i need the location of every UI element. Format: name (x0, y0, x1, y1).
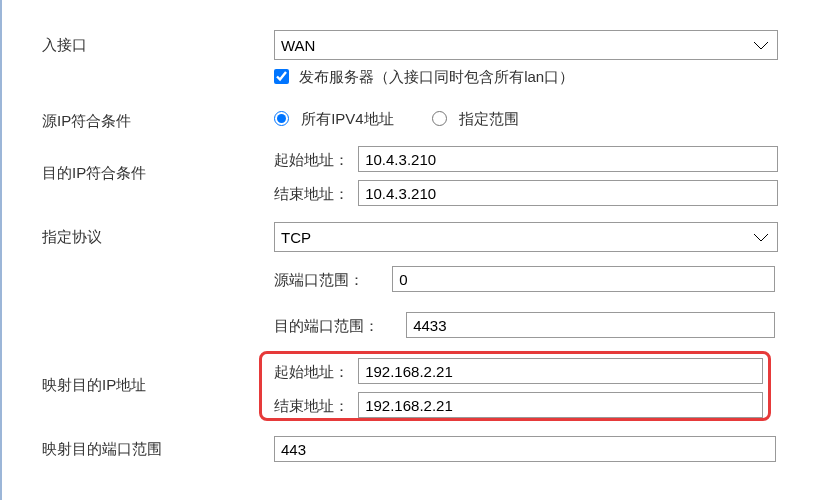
dest-end-addr-input[interactable] (358, 180, 778, 206)
map-dest-port-input[interactable] (274, 436, 776, 462)
map-start-addr-input[interactable] (358, 358, 763, 384)
dest-end-addr-label: 结束地址： (274, 185, 354, 204)
in-interface-select[interactable]: WAN (274, 30, 778, 60)
radio-all-ipv4[interactable] (274, 111, 289, 126)
map-end-addr-label: 结束地址： (274, 397, 354, 416)
src-ip-cond-label: 源IP符合条件 (42, 112, 242, 131)
form-panel: 入接口 WAN 发布服务器（入接口同时包含所有lan口） 源IP符合条件 所有I… (0, 0, 818, 500)
dest-ip-cond-label: 目的IP符合条件 (42, 164, 242, 183)
map-dest-ip-label: 映射目的IP地址 (42, 376, 242, 395)
in-interface-label: 入接口 (42, 36, 242, 55)
dest-port-range-input[interactable] (406, 312, 775, 338)
src-port-range-input[interactable] (392, 266, 775, 292)
radio-range-wrap[interactable]: 指定范围 (432, 110, 519, 127)
map-end-addr-input[interactable] (358, 392, 763, 418)
map-dest-port-label: 映射目的端口范围 (42, 440, 242, 459)
proto-select[interactable]: TCP (274, 222, 778, 252)
proto-label: 指定协议 (42, 228, 242, 247)
radio-range-label: 指定范围 (459, 110, 519, 127)
map-start-addr-label: 起始地址： (274, 363, 354, 382)
publish-server-checkbox-wrap[interactable]: 发布服务器（入接口同时包含所有lan口） (274, 68, 574, 85)
src-port-range-label: 源端口范围： (274, 271, 388, 290)
radio-all-ipv4-wrap[interactable]: 所有IPV4地址 (274, 110, 398, 127)
dest-start-addr-label: 起始地址： (274, 151, 354, 170)
dest-start-addr-input[interactable] (358, 146, 778, 172)
publish-server-checkbox[interactable] (274, 69, 289, 84)
radio-all-ipv4-label: 所有IPV4地址 (301, 110, 394, 127)
dest-port-range-label: 目的端口范围： (274, 317, 402, 336)
radio-range[interactable] (432, 111, 447, 126)
publish-server-label: 发布服务器（入接口同时包含所有lan口） (299, 68, 574, 85)
